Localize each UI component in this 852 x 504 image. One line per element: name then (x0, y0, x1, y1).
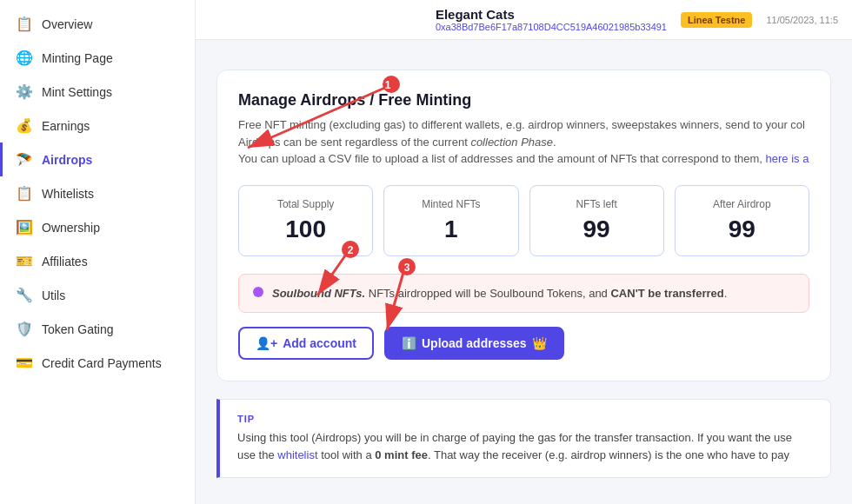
stat-value-minted-nfts: 1 (398, 216, 503, 243)
sidebar-item-label: Token Gating (42, 322, 114, 336)
sidebar-item-minting-page[interactable]: 🌐 Minting Page (0, 41, 195, 75)
stat-value-total-supply: 100 (253, 216, 358, 243)
page-content: Manage Airdrops / Free Minting Free NFT … (196, 49, 852, 499)
main-content: Elegant Cats 0xa38Bd7Be6F17a87108D4CC519… (196, 0, 852, 504)
airdrops-icon: 🪂 (16, 151, 33, 168)
add-account-label: Add account (283, 336, 356, 350)
sidebar-item-overview[interactable]: 📋 Overview (0, 7, 195, 41)
timestamp: 11/05/2023, 11:5 (766, 15, 838, 25)
manage-desc-4: You can upload a CSV file to upload a li… (238, 152, 766, 165)
sidebar-item-utils[interactable]: 🔧 Utils (0, 278, 195, 312)
sidebar-item-airdrops[interactable]: 🪂 Airdrops (0, 143, 195, 176)
sidebar-item-label: Mint Settings (42, 85, 112, 99)
sidebar-item-label: Credit Card Payments (42, 356, 162, 370)
add-account-button[interactable]: 👤+ Add account (238, 327, 374, 360)
sidebar-item-label: Ownership (42, 221, 100, 235)
sidebar-item-label: Minting Page (42, 51, 113, 65)
crown-icon: 👑 (532, 336, 547, 350)
manage-desc: Free NFT minting (excluding gas) to diff… (238, 116, 809, 168)
manage-desc-italic: collection Phase (470, 136, 553, 149)
add-account-icon: 👤+ (256, 336, 277, 350)
soulbound-notice: Soulbound NFTs. NFTs airdropped will be … (238, 274, 809, 314)
top-header: Elegant Cats 0xa38Bd7Be6F17a87108D4CC519… (196, 0, 852, 40)
earnings-icon: 💰 (16, 117, 33, 134)
sidebar-item-whitelists[interactable]: 📋 Whitelists (0, 176, 195, 210)
soulbound-text: Soulbound NFTs. NFTs airdropped will be … (272, 285, 727, 302)
overview-icon: 📋 (16, 16, 33, 32)
soulbound-bold: CAN'T be transferred (610, 287, 723, 300)
upload-icon: ℹ️ (402, 336, 416, 350)
collection-info: Elegant Cats 0xa38Bd7Be6F17a87108D4CC519… (436, 7, 667, 32)
network-badge: Linea Testne (681, 12, 752, 28)
stat-label-total-supply: Total Supply (253, 198, 358, 210)
mint-settings-icon: ⚙️ (16, 83, 33, 100)
sidebar-item-label: Affiliates (42, 255, 88, 269)
manage-desc-link[interactable]: here is a (766, 152, 809, 165)
manage-desc-2: Airdrops can be sent regardless of the c… (238, 136, 470, 149)
token-gating-icon: 🛡️ (16, 321, 33, 337)
stat-minted-nfts: Minted NFTs 1 (383, 185, 518, 256)
sidebar-item-credit-card[interactable]: 💳 Credit Card Payments (0, 346, 195, 380)
minting-page-icon: 🌐 (16, 50, 33, 66)
sidebar-item-earnings[interactable]: 💰 Earnings (0, 109, 195, 143)
sidebar-item-label: Utils (42, 288, 65, 302)
stat-label-nfts-left: NFTs left (544, 198, 649, 210)
credit-card-icon: 💳 (16, 355, 33, 371)
stat-nfts-left: NFTs left 99 (529, 185, 664, 256)
sidebar-item-label: Earnings (42, 119, 90, 133)
sidebar-item-mint-settings[interactable]: ⚙️ Mint Settings (0, 75, 195, 109)
sidebar-item-affiliates[interactable]: 🎫 Affiliates (0, 244, 195, 278)
stat-label-minted-nfts: Minted NFTs (398, 198, 503, 210)
sidebar-item-label: Whitelists (42, 187, 94, 201)
stat-value-nfts-left: 99 (544, 216, 649, 243)
whitelists-icon: 📋 (16, 185, 33, 202)
collection-address: 0xa38Bd7Be6F17a87108D4CC519A46021985b334… (436, 22, 667, 32)
sidebar: 📋 Overview 🌐 Minting Page ⚙️ Mint Settin… (0, 0, 196, 504)
sidebar-item-ownership[interactable]: 🖼️ Ownership (0, 210, 195, 244)
manage-airdrops-card: Manage Airdrops / Free Minting Free NFT … (216, 70, 831, 381)
soulbound-dot (253, 287, 263, 297)
stat-after-airdrop: After Airdrop 99 (675, 185, 809, 256)
sidebar-item-label: Airdrops (42, 153, 92, 167)
stat-label-after-airdrop: After Airdrop (689, 198, 795, 210)
tip-whitelist-link[interactable]: whitelist (277, 448, 317, 461)
tip-label: TIP (237, 414, 813, 424)
stat-value-after-airdrop: 99 (689, 216, 795, 243)
collection-name: Elegant Cats (436, 7, 667, 22)
upload-addresses-label: Upload addresses (422, 336, 527, 350)
affiliates-icon: 🎫 (16, 253, 33, 269)
sidebar-item-token-gating[interactable]: 🛡️ Token Gating (0, 312, 195, 346)
stats-row: Total Supply 100 Minted NFTs 1 NFTs left… (238, 185, 809, 256)
manage-title: Manage Airdrops / Free Minting (238, 91, 809, 109)
tip-bold: 0 mint fee (375, 448, 428, 461)
upload-addresses-button[interactable]: ℹ️ Upload addresses 👑 (384, 327, 564, 360)
ownership-icon: 🖼️ (16, 219, 33, 235)
tip-text: Using this tool (Airdrops) you will be i… (237, 429, 813, 463)
stat-total-supply: Total Supply 100 (238, 185, 373, 256)
manage-desc-1: Free NFT minting (excluding gas) to diff… (238, 118, 805, 131)
utils-icon: 🔧 (16, 287, 33, 303)
soulbound-label: Soulbound NFTs. (272, 287, 365, 300)
tip-card: TIP Using this tool (Airdrops) you will … (216, 399, 831, 478)
action-row: 👤+ Add account ℹ️ Upload addresses 👑 (238, 327, 809, 360)
sidebar-item-label: Overview (42, 17, 92, 31)
